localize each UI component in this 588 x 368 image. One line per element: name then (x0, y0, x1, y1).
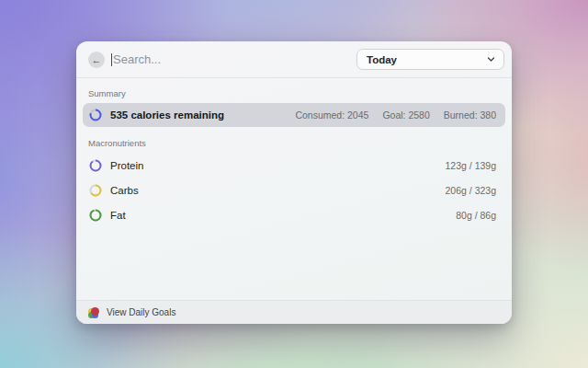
section-header-summary: Summary (88, 88, 500, 98)
macro-row-label: Fat (110, 210, 456, 221)
calories-progress-ring-icon (89, 109, 102, 121)
macro-row-carbs[interactable]: Carbs 206g / 323g (83, 178, 505, 202)
chevron-down-icon (487, 55, 495, 63)
consumed-stat: Consumed: 2045 (295, 109, 368, 121)
footer-bar: View Daily Goals (76, 300, 512, 324)
fat-progress-ring-icon (89, 209, 102, 222)
macro-row-value: 80g / 86g (456, 210, 496, 221)
results-list: Summary 535 calories remaining Consumed:… (76, 78, 512, 227)
launcher-window: ← Search... Today Summary 535 calories r… (76, 41, 512, 324)
text-caret (111, 53, 112, 66)
protein-progress-ring-icon (89, 159, 102, 172)
macro-row-label: Protein (110, 160, 446, 171)
macro-row-fat[interactable]: Fat 80g / 86g (83, 202, 505, 227)
search-bar: ← Search... Today (76, 41, 512, 78)
carbs-progress-ring-icon (89, 184, 102, 197)
summary-row-stats: Consumed: 2045 Goal: 2580 Burned: 380 (295, 109, 496, 121)
daily-goals-app-icon (88, 307, 99, 318)
summary-row-title: 535 calories remaining (110, 109, 295, 121)
back-button[interactable]: ← (88, 52, 105, 68)
section-header-macronutrients: Macronutrients (88, 138, 500, 148)
arrow-left-icon: ← (92, 54, 102, 65)
period-dropdown[interactable]: Today (356, 49, 504, 70)
search-input[interactable]: Search... (113, 52, 356, 66)
macro-row-label: Carbs (110, 185, 446, 196)
period-dropdown-value: Today (367, 54, 487, 65)
goal-stat: Goal: 2580 (382, 109, 429, 121)
burned-stat: Burned: 380 (444, 109, 496, 121)
summary-row[interactable]: 535 calories remaining Consumed: 2045 Go… (83, 103, 505, 127)
view-daily-goals-action[interactable]: View Daily Goals (107, 307, 175, 317)
macro-row-value: 206g / 323g (446, 185, 496, 196)
macro-row-protein[interactable]: Protein 123g / 139g (83, 153, 505, 178)
macro-row-value: 123g / 139g (446, 160, 496, 171)
